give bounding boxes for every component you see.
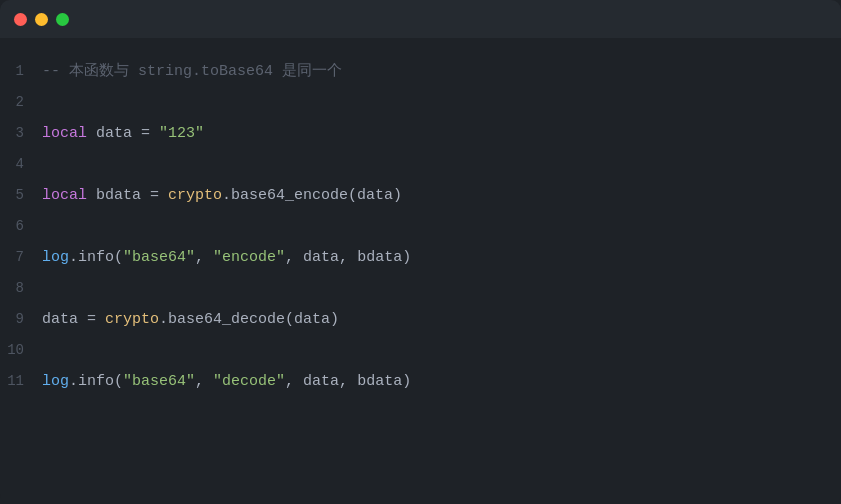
- code-line: 9data = crypto.base64_decode(data): [0, 304, 841, 335]
- token: bdata: [357, 249, 402, 266]
- token: ): [330, 311, 339, 328]
- token: "123": [159, 125, 204, 142]
- code-line: 11log.info("base64", "decode", data, bda…: [0, 366, 841, 397]
- token: .base64_encode(: [222, 187, 357, 204]
- token: "decode": [213, 373, 285, 390]
- line-content: -- 本函数与 string.toBase64 是同一个: [42, 57, 841, 87]
- line-number: 5: [0, 180, 42, 210]
- line-content: local bdata = crypto.base64_encode(data): [42, 181, 841, 211]
- minimize-button[interactable]: [35, 13, 48, 26]
- line-content: data = crypto.base64_decode(data): [42, 305, 841, 335]
- token: "base64": [123, 249, 195, 266]
- line-content: [42, 150, 841, 180]
- token: .base64_decode(: [159, 311, 294, 328]
- editor-window: 1-- 本函数与 string.toBase64 是同一个2 3local da…: [0, 0, 841, 504]
- line-content: [42, 274, 841, 304]
- token: crypto: [105, 311, 159, 328]
- token: "base64": [123, 373, 195, 390]
- token: 本函数与 string.toBase64 是同一个: [69, 63, 342, 80]
- code-line: 10: [0, 335, 841, 366]
- token: .info(: [69, 373, 123, 390]
- token: log: [42, 373, 69, 390]
- line-number: 7: [0, 242, 42, 272]
- token: data: [357, 187, 393, 204]
- line-number: 1: [0, 56, 42, 86]
- token: bdata: [357, 373, 402, 390]
- token: data: [96, 125, 132, 142]
- line-number: 2: [0, 87, 42, 117]
- line-number: 6: [0, 211, 42, 241]
- token: =: [78, 311, 105, 328]
- code-line: 3local data = "123": [0, 118, 841, 149]
- token: .info(: [69, 249, 123, 266]
- token: crypto: [168, 187, 222, 204]
- token: ): [402, 249, 411, 266]
- token: log: [42, 249, 69, 266]
- token: data: [294, 311, 330, 328]
- code-line: 2: [0, 87, 841, 118]
- token: ,: [339, 373, 357, 390]
- code-line: 7log.info("base64", "encode", data, bdat…: [0, 242, 841, 273]
- code-line: 5local bdata = crypto.base64_encode(data…: [0, 180, 841, 211]
- line-number: 11: [0, 366, 42, 396]
- code-line: 1-- 本函数与 string.toBase64 是同一个: [0, 56, 841, 87]
- line-content: local data = "123": [42, 119, 841, 149]
- token: ,: [285, 249, 303, 266]
- code-line: 6: [0, 211, 841, 242]
- code-line: 8: [0, 273, 841, 304]
- token: ,: [195, 373, 213, 390]
- line-content: [42, 212, 841, 242]
- code-line: 4: [0, 149, 841, 180]
- line-number: 4: [0, 149, 42, 179]
- titlebar: [0, 0, 841, 38]
- token: local: [42, 187, 96, 204]
- close-button[interactable]: [14, 13, 27, 26]
- token: ): [402, 373, 411, 390]
- token: =: [132, 125, 159, 142]
- line-content: [42, 88, 841, 118]
- token: local: [42, 125, 96, 142]
- token: bdata: [96, 187, 141, 204]
- token: data: [42, 311, 78, 328]
- token: =: [141, 187, 168, 204]
- token: ,: [195, 249, 213, 266]
- line-content: log.info("base64", "decode", data, bdata…: [42, 367, 841, 397]
- token: "encode": [213, 249, 285, 266]
- code-editor: 1-- 本函数与 string.toBase64 是同一个2 3local da…: [0, 38, 841, 504]
- line-content: log.info("base64", "encode", data, bdata…: [42, 243, 841, 273]
- token: data: [303, 249, 339, 266]
- token: --: [42, 63, 69, 80]
- line-number: 9: [0, 304, 42, 334]
- line-number: 10: [0, 335, 42, 365]
- token: ): [393, 187, 402, 204]
- line-number: 3: [0, 118, 42, 148]
- line-content: [42, 336, 841, 366]
- token: ,: [339, 249, 357, 266]
- maximize-button[interactable]: [56, 13, 69, 26]
- token: ,: [285, 373, 303, 390]
- token: data: [303, 373, 339, 390]
- line-number: 8: [0, 273, 42, 303]
